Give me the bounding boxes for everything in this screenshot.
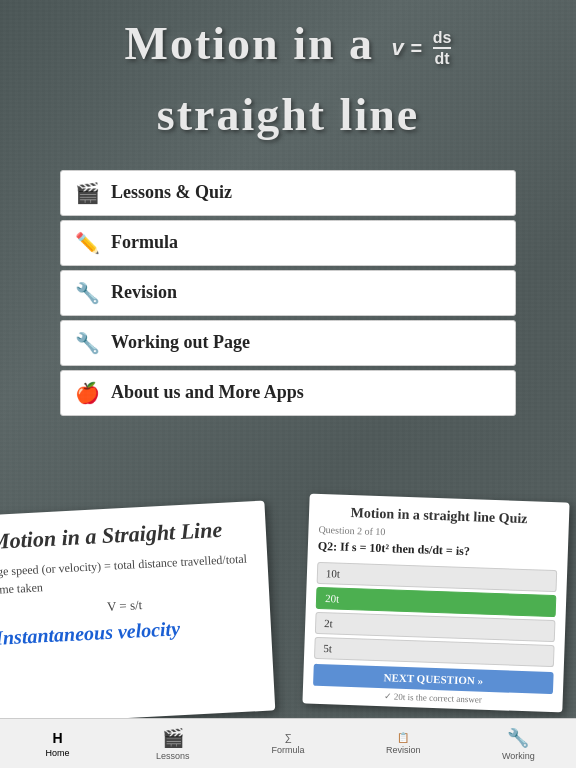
lessons-quiz-icon: 🎬 [75,181,101,205]
quiz-option-4-label: 5t [323,642,332,654]
nav-label-revision: Revision [386,745,421,755]
menu-area: 🎬 Lessons & Quiz ✏️ Formula 🔧 Revision 🔧… [60,170,516,416]
nav-label-lessons: Lessons [156,751,190,761]
working-nav-icon: 🔧 [507,727,529,749]
title-line2: straight line [0,89,576,142]
quiz-option-4[interactable]: 5t [314,637,555,667]
nav-item-revision[interactable]: 📋 Revision [346,728,461,759]
revision-label: Revision [111,282,177,303]
quiz-option-1-label: 10t [326,567,340,579]
about-label: About us and More Apps [111,382,304,403]
nav-label-working: Working [502,751,535,761]
menu-item-formula[interactable]: ✏️ Formula [60,220,516,266]
title-area: Motion in a v = ds dt straight line [0,0,576,152]
nav-item-working[interactable]: 🔧 Working [461,723,576,765]
quiz-question: Q2: If s = 10t² then ds/dt = is? [318,539,558,562]
about-icon: 🍎 [75,381,101,405]
revision-icon: 🔧 [75,281,101,305]
next-question-label: NEXT QUESTION » [383,671,483,686]
nav-label-formula: Formula [272,745,305,755]
menu-item-lessons-quiz[interactable]: 🎬 Lessons & Quiz [60,170,516,216]
quiz-option-2-label: 20t [325,592,339,604]
working-out-icon: 🔧 [75,331,101,355]
formula-label: Formula [111,232,178,253]
revision-nav-icon: 📋 [397,732,409,743]
lessons-nav-icon: 🎬 [162,727,184,749]
formula-nav-icon: ∑ [284,732,291,743]
lessons-quiz-label: Lessons & Quiz [111,182,232,203]
bottom-nav: H Home 🎬 Lessons ∑ Formula 📋 Revision 🔧 … [0,718,576,768]
lesson-card-subtitle: Instantaneous velocity [0,613,257,650]
cards-area: Motion in a Straight Line age speed (or … [0,498,576,718]
nav-item-home[interactable]: H Home [0,726,115,762]
nav-item-formula[interactable]: ∑ Formula [230,728,345,759]
menu-item-revision[interactable]: 🔧 Revision [60,270,516,316]
quiz-card[interactable]: Motion in a straight line Quiz Question … [302,494,569,713]
nav-item-lessons[interactable]: 🎬 Lessons [115,723,230,765]
lesson-card-text: age speed (or velocity) = total distance… [0,549,255,599]
working-out-label: Working out Page [111,332,250,353]
lesson-card[interactable]: Motion in a Straight Line age speed (or … [0,501,275,726]
menu-item-about[interactable]: 🍎 About us and More Apps [60,370,516,416]
home-icon: H [53,730,63,746]
nav-label-home: Home [46,748,70,758]
lesson-card-title: Motion in a Straight Line [0,515,252,555]
formula-icon: ✏️ [75,231,101,255]
title-line1: Motion in a v = ds dt [0,18,576,71]
menu-item-working-out[interactable]: 🔧 Working out Page [60,320,516,366]
quiz-option-3-label: 2t [324,617,333,629]
chalkboard-background: Motion in a v = ds dt straight line 🎬 Le… [0,0,576,768]
